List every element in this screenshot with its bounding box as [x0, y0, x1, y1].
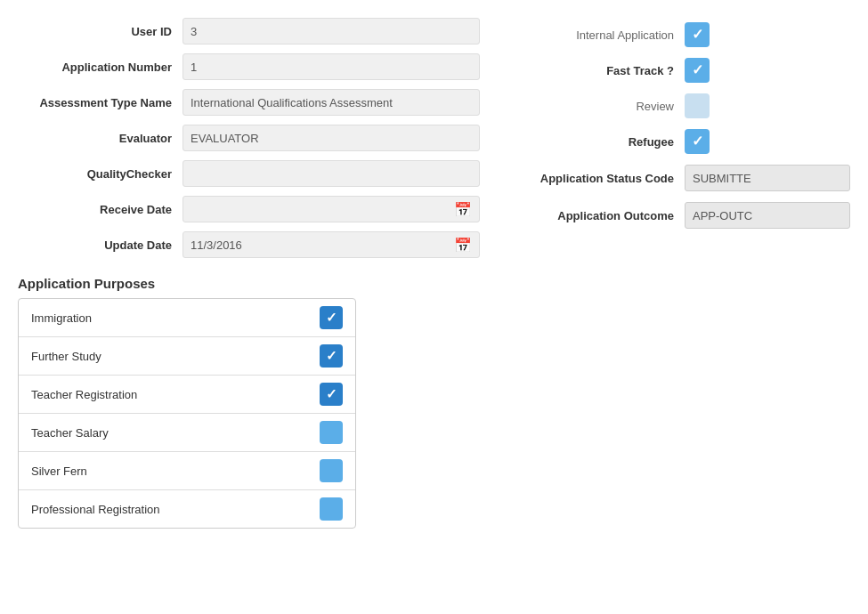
purposes-title: Application Purposes [18, 276, 480, 291]
user-id-field[interactable] [183, 18, 480, 44]
purpose-check-icon: ✓ [326, 310, 337, 326]
quality-checker-input[interactable] [191, 167, 472, 181]
assessment-type-field[interactable] [183, 89, 480, 116]
internal-app-label: Internal Application [515, 28, 685, 42]
fast-track-check-icon: ✓ [692, 63, 703, 77]
refugee-check-icon: ✓ [692, 134, 703, 149]
app-outcome-input[interactable] [685, 202, 850, 229]
assessment-type-input[interactable] [191, 96, 472, 109]
purpose-row: Teacher Registration✓ [19, 376, 355, 414]
quality-checker-row: QualityChecker [18, 160, 480, 187]
app-number-label: Application Number [18, 61, 183, 74]
purpose-label: Silver Fern [31, 465, 320, 478]
purpose-checkbox[interactable] [320, 497, 343, 521]
app-outcome-row: Application Outcome [515, 202, 850, 229]
app-number-field[interactable] [183, 53, 480, 80]
evaluator-field[interactable] [183, 125, 480, 151]
purpose-check-icon: ✓ [326, 348, 337, 364]
user-id-input[interactable] [191, 25, 472, 38]
purpose-checkbox[interactable]: ✓ [320, 344, 343, 368]
update-date-field[interactable]: 📅 [183, 231, 480, 258]
purpose-row: Professional Registration [19, 490, 355, 528]
evaluator-input[interactable] [191, 132, 472, 145]
app-number-input[interactable] [191, 61, 472, 74]
receive-date-label: Receive Date [18, 203, 183, 216]
purpose-checkbox[interactable]: ✓ [320, 383, 343, 406]
right-panel: Internal Application ✓ Fast Track ? ✓ Re… [515, 18, 850, 529]
receive-date-row: Receive Date 📅 [18, 196, 480, 222]
purpose-label: Teacher Registration [31, 388, 320, 401]
receive-date-field[interactable]: 📅 [183, 196, 480, 222]
evaluator-label: Evaluator [18, 132, 183, 145]
internal-app-row: Internal Application ✓ [515, 22, 850, 47]
purpose-checkbox[interactable] [320, 421, 343, 444]
fast-track-label: Fast Track ? [515, 64, 685, 77]
purpose-row: Silver Fern [19, 452, 355, 490]
app-number-row: Application Number [18, 53, 480, 80]
purpose-checkbox[interactable] [320, 459, 343, 482]
purpose-label: Immigration [31, 311, 320, 325]
update-date-label: Update Date [18, 238, 183, 252]
app-outcome-label: Application Outcome [515, 209, 685, 222]
left-panel: User ID Application Number Assessment Ty… [18, 18, 480, 529]
assessment-type-label: Assessment Type Name [18, 96, 183, 109]
purpose-checkbox[interactable]: ✓ [320, 306, 343, 329]
quality-checker-field[interactable] [183, 160, 480, 187]
receive-date-input[interactable] [191, 203, 472, 216]
main-layout: User ID Application Number Assessment Ty… [18, 18, 850, 529]
purpose-row: Immigration✓ [19, 299, 355, 337]
purposes-section: Application Purposes Immigration✓Further… [18, 276, 480, 529]
receive-date-calendar-icon[interactable]: 📅 [454, 201, 472, 218]
review-checkbox[interactable]: ✓ [685, 93, 710, 118]
internal-app-check-icon: ✓ [692, 28, 703, 42]
refugee-checkbox[interactable]: ✓ [685, 129, 710, 154]
refugee-row: Refugee ✓ [515, 129, 850, 154]
evaluator-row: Evaluator [18, 125, 480, 151]
internal-app-checkbox[interactable]: ✓ [685, 22, 710, 47]
review-label: Review [515, 100, 685, 113]
purpose-check-icon: ✓ [326, 386, 337, 402]
quality-checker-label: QualityChecker [18, 167, 183, 181]
purpose-label: Further Study [31, 350, 320, 363]
purposes-table: Immigration✓Further Study✓Teacher Regist… [18, 298, 356, 529]
purpose-label: Teacher Salary [31, 426, 320, 440]
purpose-label: Professional Registration [31, 503, 320, 516]
update-date-input[interactable] [191, 238, 472, 252]
update-date-row: Update Date 📅 [18, 231, 480, 258]
fast-track-row: Fast Track ? ✓ [515, 58, 850, 83]
user-id-label: User ID [18, 25, 183, 38]
update-date-calendar-icon[interactable]: 📅 [454, 237, 472, 254]
refugee-label: Refugee [515, 135, 685, 149]
assessment-type-row: Assessment Type Name [18, 89, 480, 116]
user-id-row: User ID [18, 18, 480, 44]
app-status-label: Application Status Code [515, 172, 685, 185]
purpose-row: Teacher Salary [19, 414, 355, 452]
purpose-row: Further Study✓ [19, 337, 355, 376]
app-status-row: Application Status Code [515, 165, 850, 191]
app-status-input[interactable] [685, 165, 850, 191]
fast-track-checkbox[interactable]: ✓ [685, 58, 710, 83]
review-row: Review ✓ [515, 93, 850, 118]
